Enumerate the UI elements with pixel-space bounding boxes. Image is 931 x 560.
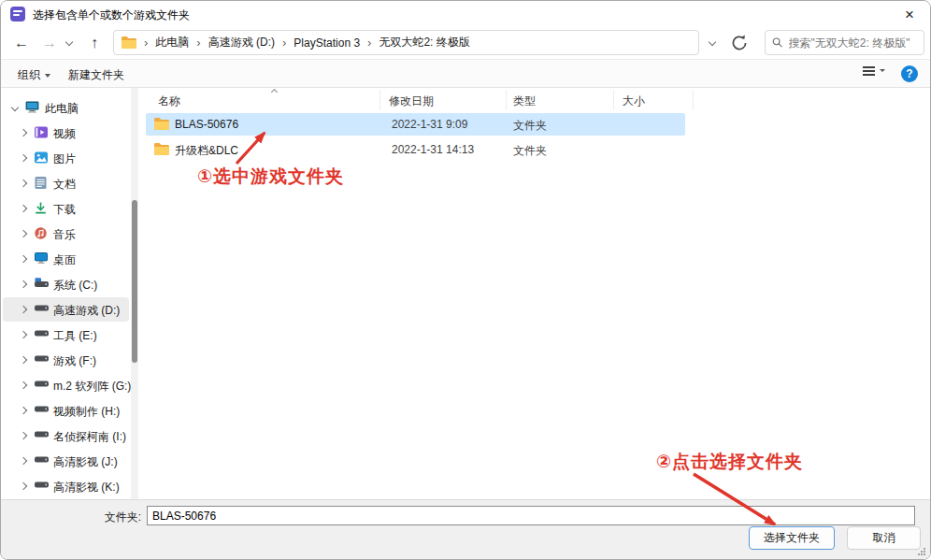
sidebar-item-drive-i[interactable]: 名侦探柯南 (I:) (1, 424, 141, 448)
command-toolbar: 组织 新建文件夹 ? (1, 59, 930, 88)
sidebar-item-label: 此电脑 (45, 101, 79, 117)
file-row-blas-50676[interactable]: BLAS-50676 2022-1-31 9:09 文件夹 (146, 113, 685, 136)
new-folder-button[interactable]: 新建文件夹 (68, 67, 124, 83)
drive-icon (35, 404, 50, 417)
navigation-pane: 此电脑 视频 图片 文档 下载 音乐 (1, 88, 141, 499)
sidebar-item-label: 工具 (E:) (53, 328, 97, 344)
file-name: BLAS-50676 (175, 118, 238, 131)
select-folder-button[interactable]: 选择文件夹 (749, 526, 835, 550)
sidebar-item-label: 系统 (C:) (53, 278, 97, 294)
breadcrumb-separator-icon: › (366, 36, 372, 49)
sidebar-item-label: 视频 (53, 126, 76, 142)
documents-icon (35, 177, 50, 190)
breadcrumb-drive-d[interactable]: 高速游戏 (D:) (208, 35, 275, 50)
breadcrumb-this-pc[interactable]: 此电脑 (155, 35, 189, 50)
music-icon (35, 227, 50, 240)
sidebar-item-this-pc[interactable]: 此电脑 (1, 95, 141, 120)
pictures-icon (35, 151, 50, 165)
folder-name-input[interactable] (147, 506, 915, 525)
windows-drive-icon (35, 278, 50, 291)
breadcrumb[interactable]: › 此电脑 › 高速游戏 (D:) › PlayStation 3 › 无双大蛇… (113, 30, 699, 55)
caret-down-icon (880, 69, 885, 72)
annotation-step2: ②点击选择文件夹 (656, 450, 803, 474)
title-bar: 选择包含单个或数个游戏文件夹 × (1, 1, 930, 27)
sidebar-item-music[interactable]: 音乐 (1, 222, 141, 246)
drive-icon (35, 454, 50, 467)
refresh-icon[interactable] (730, 34, 749, 52)
recent-locations-chevron-icon[interactable] (65, 38, 73, 46)
breadcrumb-playstation3[interactable]: PlayStation 3 (294, 36, 360, 50)
sidebar-item-pictures[interactable]: 图片 (1, 146, 141, 170)
drive-icon (35, 353, 50, 366)
column-header-name[interactable]: 名称 (158, 93, 180, 109)
sidebar-item-label: 桌面 (53, 252, 76, 268)
this-pc-icon (25, 101, 40, 114)
sidebar-item-label: 图片 (53, 151, 76, 167)
help-button[interactable]: ? (901, 65, 918, 82)
list-view-icon (863, 66, 875, 68)
sidebar-item-label: 名侦探柯南 (I:) (53, 429, 126, 445)
file-name: 升级档&DLC (175, 143, 238, 159)
file-list-pane: 名称 修改日期 类型 大小 BLAS-50676 2022-1-31 9:09 … (141, 88, 930, 499)
cancel-button[interactable]: 取消 (847, 526, 921, 550)
sidebar-item-drive-d[interactable]: 高速游戏 (D:) (1, 297, 141, 322)
forward-button[interactable]: → (38, 35, 61, 51)
sidebar-item-drive-g[interactable]: m.2 软列阵 (G:) (1, 373, 141, 397)
sidebar-item-drive-c[interactable]: 系统 (C:) (1, 272, 141, 296)
organize-label: 组织 (18, 67, 40, 83)
videos-icon (35, 126, 50, 139)
breadcrumb-separator-icon: › (143, 36, 149, 49)
resize-grip[interactable] (916, 546, 925, 555)
desktop-icon (35, 252, 50, 266)
sidebar-item-drive-j[interactable]: 高清影视 (J:) (1, 449, 141, 473)
sidebar-item-drive-h[interactable]: 视频制作 (H:) (1, 398, 141, 423)
downloads-icon (35, 202, 50, 215)
drive-icon (35, 429, 50, 442)
sidebar-item-documents[interactable]: 文档 (1, 171, 141, 195)
breadcrumb-separator-icon: › (195, 36, 201, 49)
breadcrumb-separator-icon: › (281, 36, 287, 49)
sidebar-item-label: 游戏 (F:) (53, 353, 96, 369)
up-button[interactable]: ↑ (83, 35, 106, 51)
caret-down-icon (45, 74, 50, 78)
dialog-footer: 文件夹: 选择文件夹 取消 (1, 499, 930, 559)
sidebar-item-drive-e[interactable]: 工具 (E:) (1, 323, 141, 347)
close-button[interactable]: × (889, 1, 930, 28)
dialog-title: 选择包含单个或数个游戏文件夹 (33, 7, 190, 23)
folder-icon (154, 118, 169, 133)
drive-icon (35, 303, 50, 316)
file-date: 2022-1-31 14:13 (392, 143, 474, 156)
organize-button[interactable]: 组织 (18, 67, 50, 83)
sidebar-item-downloads[interactable]: 下载 (1, 196, 141, 221)
view-options-button[interactable] (863, 69, 885, 72)
app-icon (10, 7, 25, 22)
file-date: 2022-1-31 9:09 (392, 118, 467, 131)
file-type: 文件夹 (513, 118, 547, 134)
navigation-bar: ← → ↑ › 此电脑 › 高速游戏 (D:) › PlayStation 3 … (1, 27, 930, 59)
file-type: 文件夹 (513, 143, 547, 159)
breadcrumb-current-folder[interactable]: 无双大蛇2: 终极版 (379, 35, 469, 50)
file-row-dlc[interactable]: 升级档&DLC 2022-1-31 14:13 文件夹 (146, 138, 685, 161)
back-button[interactable]: ← (10, 35, 33, 51)
search-input[interactable] (789, 36, 917, 50)
search-box[interactable] (765, 30, 924, 55)
sidebar-item-drive-f[interactable]: 游戏 (F:) (1, 348, 141, 372)
folder-picker-dialog: 选择包含单个或数个游戏文件夹 × ← → ↑ › 此电脑 › 高速游戏 (D:)… (0, 0, 931, 560)
sort-ascending-icon (271, 89, 278, 95)
column-header-size[interactable]: 大小 (623, 93, 645, 109)
drive-icon (35, 480, 50, 493)
sidebar-item-videos[interactable]: 视频 (1, 121, 141, 145)
column-header-type[interactable]: 类型 (513, 93, 536, 109)
sidebar-item-drive-k[interactable]: 高清影视 (K:) (1, 474, 141, 498)
sidebar-item-desktop[interactable]: 桌面 (1, 247, 141, 271)
drive-icon (35, 379, 50, 392)
sidebar-item-label: m.2 软列阵 (G:) (53, 379, 131, 395)
address-dropdown-chevron-icon[interactable] (709, 38, 716, 46)
sidebar-item-label: 高清影视 (K:) (53, 480, 120, 495)
sidebar-item-label: 音乐 (53, 227, 76, 243)
column-header-date-modified[interactable]: 修改日期 (389, 93, 434, 109)
drive-icon (35, 328, 50, 341)
sidebar-scrollbar-thumb[interactable] (132, 200, 137, 363)
sidebar-item-label: 文档 (53, 177, 76, 193)
search-icon (772, 36, 783, 49)
